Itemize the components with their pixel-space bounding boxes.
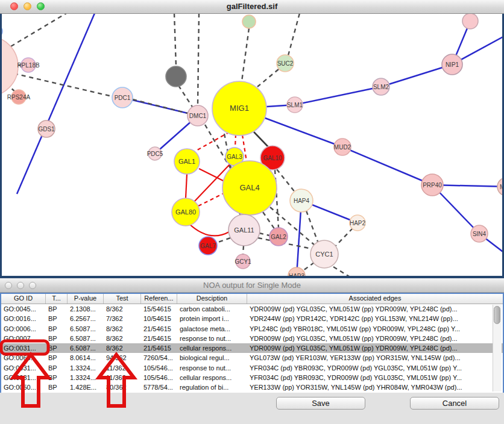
cell-go_id: GO:0050... [1, 382, 46, 392]
noa-window-titlebar[interactable]: NOA output for Single Mode [0, 278, 504, 293]
cell-edges: YDR009W (pd) YGL035C, YML051W (pp) YDR00… [247, 343, 503, 353]
node-GCY1[interactable]: GCY1 [235, 254, 251, 269]
node[interactable] [462, 14, 478, 29]
edge-red [189, 223, 229, 235]
column-header-test[interactable]: Test [104, 294, 141, 304]
edge-dash [333, 267, 368, 278]
node-circle[interactable] [462, 14, 478, 29]
cell-p_value: 2.1308... [68, 304, 104, 314]
cell-p_value: 6.5087... [68, 343, 104, 353]
cell-description: cellular respons... [177, 373, 247, 382]
node-GAL4[interactable]: GAL4 [222, 161, 277, 215]
edge-dash [257, 69, 279, 87]
cell-p_value: 1.3324... [68, 363, 104, 373]
cell-edges: YFR034C (pd) YBR093C, YDR009W (pd) YGL03… [247, 363, 503, 373]
node-circle[interactable] [166, 66, 186, 87]
column-header-description[interactable]: Desciption [177, 294, 247, 304]
column-header-reference[interactable]: Referen... [141, 294, 177, 304]
node-MIG1[interactable]: MIG1 [212, 81, 266, 136]
cell-test: 7/362 [104, 314, 141, 323]
node-HAP4[interactable]: HAP4 [290, 189, 313, 212]
node-circle[interactable] [0, 36, 18, 96]
node-NIP1[interactable]: NIP1 [442, 54, 462, 75]
node[interactable] [0, 36, 18, 96]
node-MSN[interactable]: MSN [497, 178, 504, 196]
edge-dash [242, 28, 249, 81]
column-header-p_value[interactable]: P-value [68, 294, 104, 304]
node-CYC1[interactable]: CYC1 [310, 240, 338, 268]
node-circle[interactable] [242, 15, 256, 28]
node-MUD2[interactable]: MUD2 [334, 139, 351, 155]
node-GAL1[interactable]: GAL1 [174, 149, 200, 174]
node-GDS1[interactable]: GDS1 [38, 120, 55, 137]
cell-reference: 10/54615 [141, 314, 177, 323]
cell-p_value: 6.5087... [68, 324, 104, 334]
node[interactable] [242, 15, 256, 28]
node-label: GDS1 [38, 126, 55, 132]
node-label: PRP40 [423, 182, 442, 189]
node-label: CYC1 [315, 251, 333, 258]
table-row[interactable]: GO:0007...BP6.5087...8/36221/54615respon… [1, 334, 503, 343]
edge-dash [11, 14, 66, 46]
node-label: MIG1 [230, 104, 249, 113]
table-row[interactable]: GO:0031...BP1.3324...11/362105/546...cel… [1, 373, 503, 382]
node-RPS24A[interactable]: RPS24A [7, 90, 31, 104]
edge-blue [381, 64, 452, 87]
node-label: GAL7 [200, 243, 216, 249]
node[interactable] [0, 25, 2, 37]
node-HAP2[interactable]: HAP2 [350, 215, 366, 231]
cell-type: BP [46, 382, 68, 392]
table-row-selected[interactable]: GO:0031...BP6.5087...8/36221/54615cellul… [1, 343, 503, 353]
cell-description: response to nut... [177, 334, 247, 343]
edge-dash [306, 211, 318, 242]
node-GAL7[interactable]: GAL7 [199, 237, 217, 255]
node-SUC2[interactable]: SUC2 [277, 55, 294, 72]
network-window-titlebar[interactable]: galFiltered.sif [0, 0, 504, 14]
table-row[interactable]: GO:0006...BP6.5087...8/36221/54615galact… [1, 324, 503, 334]
column-header-edges[interactable]: Associated edges [247, 294, 503, 304]
table-row[interactable]: GO:0031...BP1.3324...11/362105/546...res… [1, 363, 503, 373]
node[interactable] [166, 66, 186, 87]
edge-dash [198, 14, 199, 105]
table-row[interactable]: GO:0045...BP2.1308...8/36215/54615carbon… [1, 304, 503, 314]
network-graph[interactable]: RPL18BRPS24AGDS1PDC1DMC1MIG1SUC2SLM1SLM2… [0, 14, 504, 278]
cell-type: BP [46, 343, 68, 353]
edge-reddash [235, 134, 236, 148]
save-button[interactable]: Save [276, 397, 365, 410]
edge-red [199, 169, 225, 182]
table-row[interactable]: GO:0050...BP1.428E...80/3625778/54...reg… [1, 382, 503, 392]
node-GAL11[interactable]: GAL11 [228, 214, 260, 246]
cell-type: BP [46, 334, 68, 343]
table-row[interactable]: GO:0016...BP6.2567...7/36210/54615protei… [1, 314, 503, 323]
node-DMC1[interactable]: DMC1 [187, 105, 208, 126]
node-PDC1[interactable]: PDC1 [112, 87, 133, 108]
edge-dash [336, 228, 353, 246]
node-PRP40[interactable]: PRP40 [421, 174, 443, 196]
scrollbar-thumb[interactable] [494, 306, 500, 324]
node-label: SLM1 [287, 102, 303, 108]
cell-type: BP [46, 353, 68, 363]
node-HAP3[interactable]: HAP3 [288, 267, 305, 278]
column-header-type[interactable]: T... [46, 294, 68, 304]
edge-dark [254, 132, 269, 148]
cell-test: 11/362 [104, 373, 141, 382]
cell-go_id: GO:0031... [1, 343, 46, 353]
node-SIN4[interactable]: SIN4 [471, 225, 488, 242]
column-header-go_id[interactable]: GO ID [1, 294, 46, 304]
node-SLM1[interactable]: SLM1 [287, 97, 303, 113]
node-circle[interactable] [0, 25, 2, 37]
noa-window-title: NOA output for Single Mode [0, 281, 504, 290]
cancel-button[interactable]: Cancel [410, 397, 499, 410]
edge-dash [178, 86, 194, 110]
network-canvas[interactable]: RPL18BRPS24AGDS1PDC1DMC1MIG1SUC2SLM1SLM2… [0, 14, 504, 278]
node-RPL18B[interactable]: RPL18B [17, 58, 40, 72]
node-label: HAP4 [294, 198, 310, 204]
table-row[interactable]: GO:0065...BP8.0614...94/3627260/54...bio… [1, 353, 503, 363]
node-label: GAL10 [263, 155, 282, 161]
node-SLM2[interactable]: SLM2 [373, 78, 389, 95]
cell-type: BP [46, 373, 68, 382]
node-GAL80[interactable]: GAL80 [172, 198, 200, 226]
node-GAL2[interactable]: GAL2 [269, 228, 288, 246]
vertical-scrollbar[interactable] [493, 305, 502, 391]
cell-reference: 15/54615 [141, 304, 177, 314]
